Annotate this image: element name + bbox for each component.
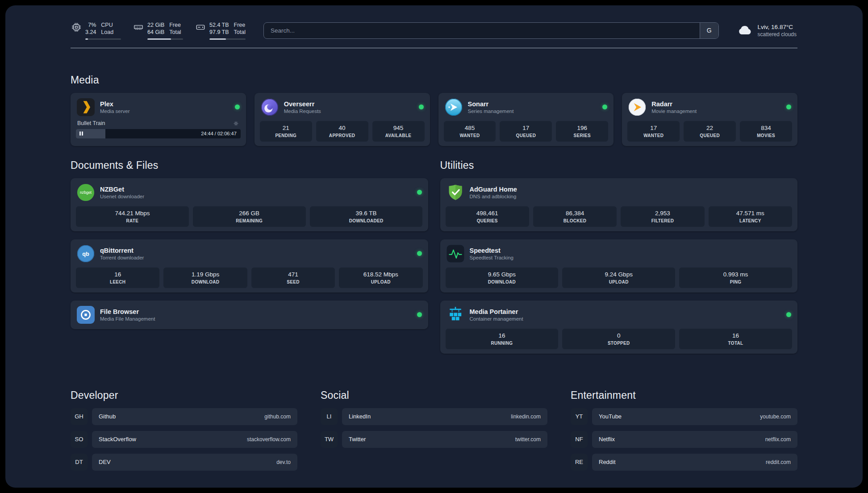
bookmark-abbr: YT [571, 408, 588, 425]
bookmark-abbr: NF [571, 431, 588, 448]
service-name: qBittorrent [100, 247, 144, 254]
sonarr-icon [445, 98, 463, 116]
bookmark-abbr: LI [321, 408, 338, 425]
bookmark-domain: linkedin.com [511, 414, 541, 420]
disk-total-value: 97.9 TB [209, 29, 229, 36]
service-name: Sonarr [468, 100, 514, 108]
stat-tile: 0STOPPED [562, 329, 675, 349]
bookmark-abbr: TW [321, 431, 338, 448]
stat-tile: 22QUEUED [684, 121, 736, 142]
section-title-developer: Developer [71, 389, 297, 401]
service-subtitle: DNS and adblocking [470, 194, 517, 199]
stat-tile: 40APPROVED [316, 121, 368, 142]
service-card-radarr[interactable]: Radarr Movie management 17WANTED 22QUEUE… [622, 93, 797, 146]
bookmarks-section: Developer GH Githubgithub.com SO StackOv… [71, 389, 797, 476]
memory-free-value: 22 GiB [147, 21, 164, 29]
service-card-plex[interactable]: Plex Media server Bullet Train [71, 93, 246, 146]
stat-tile: 17QUEUED [500, 121, 552, 142]
cpu-label: CPU [101, 21, 113, 29]
service-card-filebrowser[interactable]: File Browser Media File Management [71, 301, 428, 329]
service-card-sonarr[interactable]: Sonarr Series management 485WANTED 17QUE… [438, 93, 614, 146]
svg-text:nzbget: nzbget [80, 190, 92, 195]
cpu-widget: 7% 3.24 CPU Load [71, 21, 121, 40]
service-subtitle: Media server [100, 109, 129, 114]
disk-icon [196, 22, 205, 32]
service-card-qbittorrent[interactable]: qb qBittorrent Torrent downloader 16LEEC… [71, 239, 428, 292]
service-subtitle: Media Requests [284, 109, 321, 114]
stat-tile: 9.24 GbpsUPLOAD [562, 267, 675, 288]
bookmark-name: Twitter [349, 436, 366, 443]
dashboard: 7% 3.24 CPU Load [5, 5, 863, 488]
service-card-overseerr[interactable]: Overseerr Media Requests 21PENDING 40APP… [255, 93, 430, 146]
bookmark-abbr: GH [71, 408, 88, 425]
gear-icon[interactable] [233, 120, 239, 127]
cpu-usage-value: 7% [85, 21, 96, 29]
bookmark-twitter[interactable]: TW Twittertwitter.com [321, 431, 547, 448]
stat-tile: 834MOVIES [740, 121, 792, 142]
bookmarks-developer: Developer GH Githubgithub.com SO StackOv… [71, 389, 297, 476]
stat-tile: 196SERIES [556, 121, 608, 142]
nzbget-icon: nzbget [77, 184, 95, 201]
memory-widget: 22 GiB 64 GiB Free Total [134, 21, 183, 40]
stat-tile: 485WANTED [444, 121, 496, 142]
bookmark-reddit[interactable]: RE Redditreddit.com [571, 454, 797, 471]
stat-tile: 16TOTAL [679, 329, 792, 349]
stat-tile: 945AVAILABLE [372, 121, 425, 142]
search-input[interactable] [264, 27, 700, 34]
cpu-load-value: 3.24 [85, 29, 96, 36]
bookmark-dev[interactable]: DT DEVdev.to [71, 454, 297, 471]
service-card-speedtest[interactable]: Speedtest Speedtest Tracking 9.65 GbpsDO… [440, 239, 798, 292]
bookmark-domain: dev.to [276, 459, 291, 465]
bookmark-name: Reddit [599, 459, 616, 465]
pause-icon[interactable] [79, 132, 83, 136]
status-dot [419, 104, 424, 109]
bookmark-stackoverflow[interactable]: SO StackOverflowstackoverflow.com [71, 431, 297, 448]
now-playing-title: Bullet Train [77, 120, 105, 126]
weather-condition: scattered clouds [758, 31, 797, 38]
stat-tile: 498,461QUERIES [446, 206, 529, 227]
search-provider-button[interactable]: G [700, 23, 718, 38]
filebrowser-icon [77, 306, 95, 324]
stat-tile: 0.993 msPING [679, 267, 792, 288]
status-dot [602, 104, 607, 109]
disk-progress-bar [209, 38, 246, 40]
bookmark-youtube[interactable]: YT YouTubeyoutube.com [571, 408, 797, 425]
service-name: File Browser [100, 308, 155, 315]
service-card-portainer[interactable]: Media Portainer Container management 16R… [440, 301, 798, 354]
service-card-adguard[interactable]: AdGuard Home DNS and adblocking 498,461Q… [440, 178, 798, 231]
disk-free-label: Free [234, 21, 246, 29]
bookmark-name: Github [99, 413, 116, 420]
service-name: Overseerr [284, 100, 321, 108]
utilities-column: Utilities AdGuard Home DNS and adblockin… [440, 159, 798, 362]
bookmark-abbr: DT [71, 454, 88, 471]
service-name: Radarr [651, 100, 697, 108]
memory-total-value: 64 GiB [147, 29, 164, 36]
bookmark-linkedin[interactable]: LI LinkedInlinkedin.com [321, 408, 547, 425]
playback-progress-bar[interactable]: 24:44 / 02:06:47 [76, 129, 241, 138]
radarr-icon [628, 98, 646, 116]
service-subtitle: Torrent downloader [100, 255, 144, 260]
cloud-icon [737, 22, 753, 38]
service-card-nzbget[interactable]: nzbget NZBGet Usenet downloader 744.21 M… [71, 178, 428, 231]
middle-sections: Documents & Files nzbget NZBGet Usenet d… [71, 159, 797, 362]
plex-icon [77, 98, 95, 116]
weather-widget: Lviv, 16.87°C scattered clouds [737, 22, 797, 38]
section-title-entertainment: Entertainment [571, 389, 797, 401]
bookmarks-entertainment: Entertainment YT YouTubeyoutube.com NF N… [571, 389, 797, 476]
status-dot [235, 104, 240, 109]
stat-tile: 16LEECH [76, 267, 159, 288]
status-dot [786, 312, 791, 317]
weather-location: Lviv, 16.87°C [758, 24, 797, 30]
section-title-utilities: Utilities [440, 159, 798, 171]
bookmark-github[interactable]: GH Githubgithub.com [71, 408, 297, 425]
stat-tile: 21PENDING [260, 121, 312, 142]
stat-tile: 16RUNNING [446, 329, 559, 349]
bookmark-abbr: SO [71, 431, 88, 448]
stat-tile: 47.571 msLATENCY [709, 206, 792, 227]
speedtest-icon [447, 245, 464, 263]
memory-icon [134, 22, 143, 32]
bookmark-netflix[interactable]: NF Netflixnetflix.com [571, 431, 797, 448]
bookmark-domain: github.com [264, 414, 291, 420]
stat-tile: 744.21 MbpsRATE [76, 206, 189, 227]
bookmark-name: StackOverflow [99, 436, 136, 443]
